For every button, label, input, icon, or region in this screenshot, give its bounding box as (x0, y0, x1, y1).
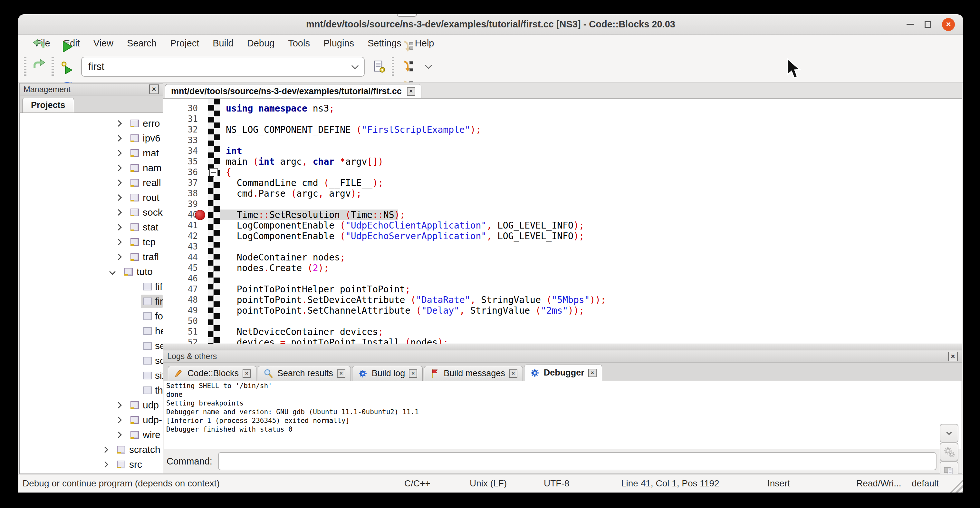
log-tab-build-log[interactable]: Build log× (352, 366, 423, 381)
menu-plugins[interactable]: Plugins (317, 38, 361, 49)
log-tab-build-messages[interactable]: Build messages× (424, 366, 523, 381)
tree-item-ipv6[interactable]: ipv6 (20, 131, 163, 146)
toolbar-grip[interactable] (24, 57, 26, 76)
tree-expander-icon[interactable] (115, 224, 122, 231)
tree-item-tcp[interactable]: tcp (20, 235, 163, 250)
log-tab-close-icon[interactable]: × (409, 369, 417, 378)
log-tab-close-icon[interactable]: × (509, 369, 517, 378)
mouse-pointer (786, 58, 803, 81)
tree-item-src[interactable]: src (20, 457, 163, 472)
minimize-button[interactable] (907, 24, 914, 25)
editor-margin[interactable] (208, 99, 220, 344)
log-tab-search-results[interactable]: Search results× (258, 366, 351, 381)
editor-tab[interactable]: mnt/dev/tools/source/ns-3-dev/examples/t… (165, 84, 422, 98)
menu-search[interactable]: Search (120, 38, 163, 49)
menu-build[interactable]: Build (206, 38, 240, 49)
resize-grip[interactable] (948, 478, 963, 492)
log-tab-close-icon[interactable]: × (588, 369, 597, 377)
toolbar-grip[interactable] (392, 57, 394, 76)
tree-expander-icon[interactable] (115, 417, 122, 423)
tree-expander-icon[interactable] (115, 254, 122, 260)
menu-debug[interactable]: Debug (240, 38, 281, 49)
command-input[interactable] (218, 452, 937, 470)
tree-expander-icon[interactable] (115, 432, 122, 438)
tree-item-rout[interactable]: rout (20, 190, 163, 205)
tree-expander-icon[interactable] (115, 239, 122, 245)
toolbar-grip[interactable] (51, 57, 54, 76)
tree-item-fo[interactable]: fo (20, 309, 163, 323)
tree-item-label: fo (155, 311, 163, 322)
step-into-button[interactable] (397, 57, 417, 77)
tree-expander-icon[interactable] (115, 402, 122, 408)
log-tab-code-blocks[interactable]: Code::Blocks× (168, 366, 256, 381)
tree-item-trafl[interactable]: trafl (20, 250, 163, 264)
tree-item-fif[interactable]: fif (20, 279, 163, 294)
paste-folder-button[interactable] (940, 461, 958, 474)
tree-item-se[interactable]: se (20, 353, 163, 368)
dropdown-chevron-button[interactable] (940, 424, 958, 443)
magnifier-icon (263, 368, 274, 379)
tree-item-label: src (129, 459, 142, 470)
tree-item-udp-[interactable]: udp- (20, 412, 163, 427)
log-tab-close-icon[interactable]: × (243, 369, 251, 378)
management-close-icon[interactable]: × (149, 84, 159, 94)
editor-horizontal-scrollbar[interactable] (163, 344, 962, 350)
logs-panel: Logs & others × Code::Blocks×Search resu… (163, 350, 962, 474)
tab-projects[interactable]: Projects (22, 98, 74, 113)
tree-expander-icon[interactable] (115, 120, 122, 127)
tree-expander-icon[interactable] (115, 165, 122, 171)
tree-expander-icon[interactable] (102, 461, 108, 468)
code-editor[interactable]: 30using namespace ns3;3132NS_LOG_COMPONE… (163, 99, 962, 344)
undo-button[interactable] (29, 34, 49, 54)
menu-view[interactable]: View (87, 38, 120, 49)
tree-item-mat[interactable]: mat (20, 146, 163, 161)
gears-button[interactable] (940, 443, 958, 461)
tree-expander-icon[interactable] (115, 150, 122, 156)
tree-item-erro[interactable]: erro (20, 116, 163, 131)
tree-expander-icon[interactable] (115, 180, 122, 186)
title-bar[interactable]: mnt/dev/tools/source/ns-3-dev/examples/t… (18, 14, 963, 35)
tree-item-udp[interactable]: udp (20, 398, 163, 412)
tree-item-th[interactable]: th (20, 383, 163, 398)
project-tree[interactable]: erroipv6matnamreallroutsockstattcptraflt… (19, 113, 163, 474)
build-target-button[interactable] (369, 57, 389, 77)
close-button[interactable]: × (942, 18, 955, 31)
chevron-down-icon[interactable] (352, 62, 359, 70)
log-tab-debugger[interactable]: Debugger× (524, 365, 602, 381)
tree-item-sock[interactable]: sock (20, 205, 163, 220)
log-tab-close-icon[interactable]: × (337, 369, 345, 378)
toolbar-overflow-chevron-icon[interactable] (425, 62, 432, 69)
logs-close-icon[interactable]: × (948, 352, 958, 361)
tree-item-he[interactable]: he (20, 323, 163, 338)
paste-folder-icon (943, 464, 956, 474)
tree-item-nam[interactable]: nam (20, 161, 163, 175)
tree-item-fir[interactable]: fir (20, 294, 163, 309)
tree-expander-icon[interactable] (115, 194, 122, 201)
log-line: Debugger name and version: GNU gdb (Ubun… (166, 408, 959, 416)
tree-item-wire[interactable]: wire (20, 427, 163, 442)
tree-expander-icon[interactable] (109, 269, 116, 275)
tree-item-tuto[interactable]: tuto (20, 264, 163, 279)
breakpoint-marker[interactable] (195, 210, 205, 220)
build-and-run-button[interactable] (57, 57, 77, 77)
menu-project[interactable]: Project (163, 38, 206, 49)
next-line-button[interactable] (397, 37, 417, 57)
tree-expander-icon[interactable] (102, 446, 108, 453)
menu-tools[interactable]: Tools (281, 38, 317, 49)
line-number: 52 (163, 337, 198, 344)
tree-item-six[interactable]: six (20, 368, 163, 383)
fold-marker[interactable] (209, 168, 218, 176)
build-target-input[interactable] (88, 61, 352, 73)
tree-expander-icon[interactable] (115, 209, 122, 216)
redo-button[interactable] (29, 54, 49, 74)
tree-item-se[interactable]: se (20, 338, 163, 353)
run-button[interactable] (57, 37, 77, 57)
editor-tab-close-icon[interactable]: × (407, 88, 415, 96)
tree-item-stat[interactable]: stat (20, 220, 163, 235)
tree-expander-icon[interactable] (115, 135, 122, 142)
tree-item-scratch[interactable]: scratch (20, 442, 163, 457)
maximize-button[interactable] (924, 21, 931, 28)
tree-item-reall[interactable]: reall (20, 175, 163, 190)
build-target-combobox[interactable] (81, 57, 365, 77)
debug-continue-button[interactable] (397, 14, 417, 17)
